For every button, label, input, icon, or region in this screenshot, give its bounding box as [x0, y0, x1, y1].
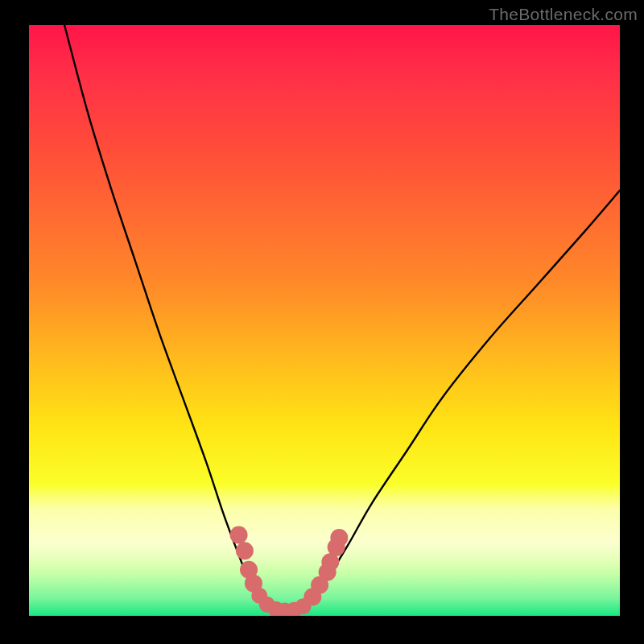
watermark-text: TheBottleneck.com — [489, 5, 638, 24]
frame: TheBottleneck.com — [0, 0, 644, 644]
emphasis-dot — [330, 529, 348, 547]
bottleneck-curve — [64, 25, 620, 612]
curve-layer — [29, 25, 620, 616]
emphasis-dots-group — [230, 526, 349, 616]
plot-area — [29, 25, 620, 616]
emphasis-dot — [230, 526, 248, 543]
emphasis-dot — [236, 542, 254, 559]
